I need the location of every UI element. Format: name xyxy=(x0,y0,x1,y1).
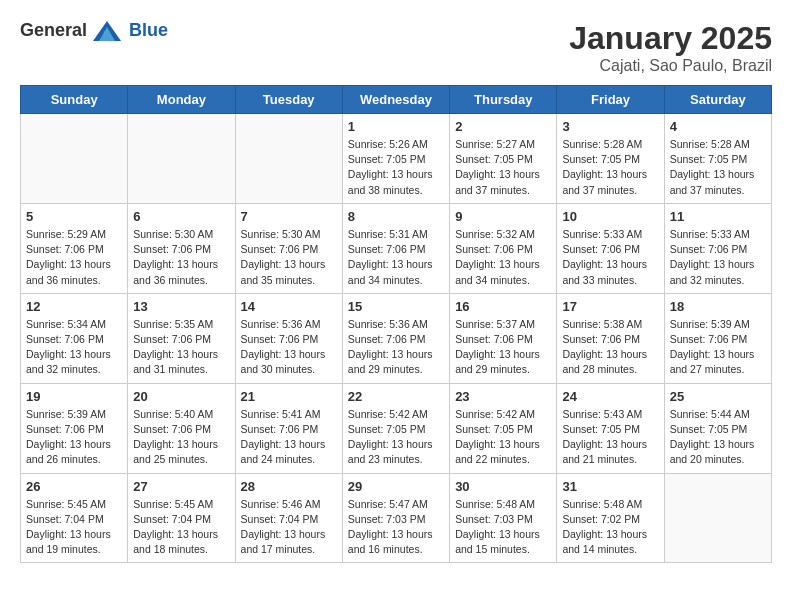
day-number: 25 xyxy=(670,389,766,404)
table-row: 20Sunrise: 5:40 AM Sunset: 7:06 PM Dayli… xyxy=(128,383,235,473)
day-info: Sunrise: 5:31 AM Sunset: 7:06 PM Dayligh… xyxy=(348,227,444,288)
day-info: Sunrise: 5:39 AM Sunset: 7:06 PM Dayligh… xyxy=(26,407,122,468)
day-info: Sunrise: 5:45 AM Sunset: 7:04 PM Dayligh… xyxy=(26,497,122,558)
calendar-week-row: 26Sunrise: 5:45 AM Sunset: 7:04 PM Dayli… xyxy=(21,473,772,563)
day-number: 15 xyxy=(348,299,444,314)
day-number: 30 xyxy=(455,479,551,494)
table-row: 5Sunrise: 5:29 AM Sunset: 7:06 PM Daylig… xyxy=(21,203,128,293)
calendar-table: Sunday Monday Tuesday Wednesday Thursday… xyxy=(20,85,772,563)
table-row: 19Sunrise: 5:39 AM Sunset: 7:06 PM Dayli… xyxy=(21,383,128,473)
table-row: 24Sunrise: 5:43 AM Sunset: 7:05 PM Dayli… xyxy=(557,383,664,473)
day-number: 4 xyxy=(670,119,766,134)
table-row: 2Sunrise: 5:27 AM Sunset: 7:05 PM Daylig… xyxy=(450,114,557,204)
day-info: Sunrise: 5:27 AM Sunset: 7:05 PM Dayligh… xyxy=(455,137,551,198)
day-number: 2 xyxy=(455,119,551,134)
col-saturday: Saturday xyxy=(664,86,771,114)
title-block: January 2025 Cajati, Sao Paulo, Brazil xyxy=(569,20,772,75)
day-number: 6 xyxy=(133,209,229,224)
day-number: 26 xyxy=(26,479,122,494)
day-info: Sunrise: 5:44 AM Sunset: 7:05 PM Dayligh… xyxy=(670,407,766,468)
day-info: Sunrise: 5:39 AM Sunset: 7:06 PM Dayligh… xyxy=(670,317,766,378)
day-info: Sunrise: 5:28 AM Sunset: 7:05 PM Dayligh… xyxy=(562,137,658,198)
day-number: 27 xyxy=(133,479,229,494)
day-number: 21 xyxy=(241,389,337,404)
calendar-week-row: 5Sunrise: 5:29 AM Sunset: 7:06 PM Daylig… xyxy=(21,203,772,293)
day-info: Sunrise: 5:43 AM Sunset: 7:05 PM Dayligh… xyxy=(562,407,658,468)
table-row: 31Sunrise: 5:48 AM Sunset: 7:02 PM Dayli… xyxy=(557,473,664,563)
day-number: 16 xyxy=(455,299,551,314)
col-thursday: Thursday xyxy=(450,86,557,114)
table-row: 4Sunrise: 5:28 AM Sunset: 7:05 PM Daylig… xyxy=(664,114,771,204)
day-number: 7 xyxy=(241,209,337,224)
day-info: Sunrise: 5:42 AM Sunset: 7:05 PM Dayligh… xyxy=(455,407,551,468)
day-number: 28 xyxy=(241,479,337,494)
day-number: 31 xyxy=(562,479,658,494)
day-number: 22 xyxy=(348,389,444,404)
day-info: Sunrise: 5:36 AM Sunset: 7:06 PM Dayligh… xyxy=(241,317,337,378)
day-info: Sunrise: 5:40 AM Sunset: 7:06 PM Dayligh… xyxy=(133,407,229,468)
table-row xyxy=(664,473,771,563)
day-number: 29 xyxy=(348,479,444,494)
col-monday: Monday xyxy=(128,86,235,114)
col-wednesday: Wednesday xyxy=(342,86,449,114)
table-row: 29Sunrise: 5:47 AM Sunset: 7:03 PM Dayli… xyxy=(342,473,449,563)
calendar-subtitle: Cajati, Sao Paulo, Brazil xyxy=(569,57,772,75)
day-info: Sunrise: 5:28 AM Sunset: 7:05 PM Dayligh… xyxy=(670,137,766,198)
table-row: 30Sunrise: 5:48 AM Sunset: 7:03 PM Dayli… xyxy=(450,473,557,563)
table-row xyxy=(128,114,235,204)
col-sunday: Sunday xyxy=(21,86,128,114)
day-info: Sunrise: 5:41 AM Sunset: 7:06 PM Dayligh… xyxy=(241,407,337,468)
day-info: Sunrise: 5:37 AM Sunset: 7:06 PM Dayligh… xyxy=(455,317,551,378)
day-info: Sunrise: 5:35 AM Sunset: 7:06 PM Dayligh… xyxy=(133,317,229,378)
table-row: 13Sunrise: 5:35 AM Sunset: 7:06 PM Dayli… xyxy=(128,293,235,383)
col-tuesday: Tuesday xyxy=(235,86,342,114)
calendar-week-row: 19Sunrise: 5:39 AM Sunset: 7:06 PM Dayli… xyxy=(21,383,772,473)
table-row: 10Sunrise: 5:33 AM Sunset: 7:06 PM Dayli… xyxy=(557,203,664,293)
day-number: 12 xyxy=(26,299,122,314)
day-info: Sunrise: 5:33 AM Sunset: 7:06 PM Dayligh… xyxy=(562,227,658,288)
table-row: 14Sunrise: 5:36 AM Sunset: 7:06 PM Dayli… xyxy=(235,293,342,383)
day-number: 11 xyxy=(670,209,766,224)
day-number: 9 xyxy=(455,209,551,224)
day-number: 17 xyxy=(562,299,658,314)
logo: General Blue xyxy=(20,20,168,41)
day-number: 18 xyxy=(670,299,766,314)
day-info: Sunrise: 5:33 AM Sunset: 7:06 PM Dayligh… xyxy=(670,227,766,288)
table-row: 12Sunrise: 5:34 AM Sunset: 7:06 PM Dayli… xyxy=(21,293,128,383)
table-row xyxy=(235,114,342,204)
day-info: Sunrise: 5:30 AM Sunset: 7:06 PM Dayligh… xyxy=(241,227,337,288)
day-info: Sunrise: 5:48 AM Sunset: 7:02 PM Dayligh… xyxy=(562,497,658,558)
day-info: Sunrise: 5:26 AM Sunset: 7:05 PM Dayligh… xyxy=(348,137,444,198)
table-row: 23Sunrise: 5:42 AM Sunset: 7:05 PM Dayli… xyxy=(450,383,557,473)
day-number: 19 xyxy=(26,389,122,404)
day-number: 13 xyxy=(133,299,229,314)
day-number: 10 xyxy=(562,209,658,224)
day-info: Sunrise: 5:36 AM Sunset: 7:06 PM Dayligh… xyxy=(348,317,444,378)
day-number: 3 xyxy=(562,119,658,134)
day-number: 8 xyxy=(348,209,444,224)
table-row: 25Sunrise: 5:44 AM Sunset: 7:05 PM Dayli… xyxy=(664,383,771,473)
day-number: 23 xyxy=(455,389,551,404)
day-info: Sunrise: 5:48 AM Sunset: 7:03 PM Dayligh… xyxy=(455,497,551,558)
table-row: 15Sunrise: 5:36 AM Sunset: 7:06 PM Dayli… xyxy=(342,293,449,383)
table-row: 9Sunrise: 5:32 AM Sunset: 7:06 PM Daylig… xyxy=(450,203,557,293)
day-number: 5 xyxy=(26,209,122,224)
table-row: 28Sunrise: 5:46 AM Sunset: 7:04 PM Dayli… xyxy=(235,473,342,563)
table-row: 17Sunrise: 5:38 AM Sunset: 7:06 PM Dayli… xyxy=(557,293,664,383)
table-row: 26Sunrise: 5:45 AM Sunset: 7:04 PM Dayli… xyxy=(21,473,128,563)
day-info: Sunrise: 5:34 AM Sunset: 7:06 PM Dayligh… xyxy=(26,317,122,378)
day-number: 24 xyxy=(562,389,658,404)
logo-text-blue: Blue xyxy=(129,20,168,41)
table-row: 27Sunrise: 5:45 AM Sunset: 7:04 PM Dayli… xyxy=(128,473,235,563)
table-row xyxy=(21,114,128,204)
table-row: 3Sunrise: 5:28 AM Sunset: 7:05 PM Daylig… xyxy=(557,114,664,204)
table-row: 7Sunrise: 5:30 AM Sunset: 7:06 PM Daylig… xyxy=(235,203,342,293)
day-info: Sunrise: 5:45 AM Sunset: 7:04 PM Dayligh… xyxy=(133,497,229,558)
day-info: Sunrise: 5:30 AM Sunset: 7:06 PM Dayligh… xyxy=(133,227,229,288)
logo-icon xyxy=(93,21,121,41)
page-header: General Blue January 2025 Cajati, Sao Pa… xyxy=(20,20,772,75)
day-info: Sunrise: 5:46 AM Sunset: 7:04 PM Dayligh… xyxy=(241,497,337,558)
table-row: 21Sunrise: 5:41 AM Sunset: 7:06 PM Dayli… xyxy=(235,383,342,473)
table-row: 11Sunrise: 5:33 AM Sunset: 7:06 PM Dayli… xyxy=(664,203,771,293)
day-info: Sunrise: 5:47 AM Sunset: 7:03 PM Dayligh… xyxy=(348,497,444,558)
